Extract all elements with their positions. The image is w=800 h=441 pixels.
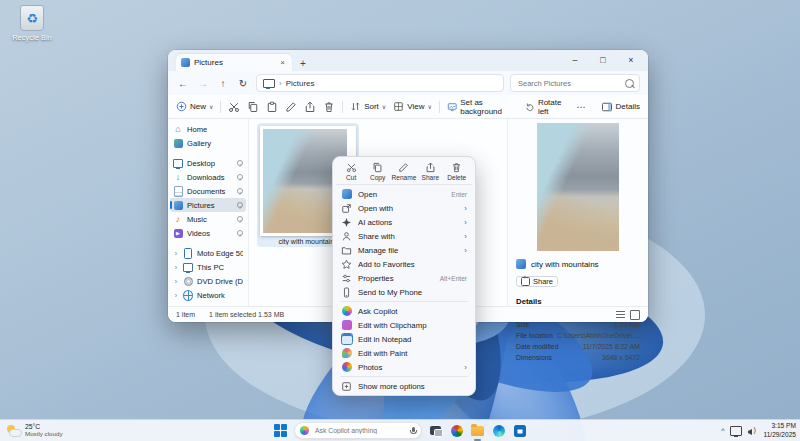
file-explorer-icon — [471, 426, 484, 436]
menu-item-photos[interactable]: Photos› — [336, 360, 472, 374]
menu-item-edit-notepad[interactable]: Edit in Notepad — [336, 332, 472, 346]
sidebar-item-documents[interactable]: Documents — [170, 184, 246, 198]
share-button[interactable] — [304, 101, 316, 113]
windows-logo-icon — [274, 424, 287, 437]
notepad-icon — [341, 334, 352, 345]
menu-item-share-with[interactable]: Share with› — [336, 229, 472, 243]
expander-icon[interactable]: › — [173, 292, 179, 299]
share-with-icon — [341, 231, 352, 242]
ai-actions-icon — [341, 217, 352, 228]
rename-button[interactable] — [285, 101, 297, 113]
paste-icon — [266, 101, 278, 113]
recycle-bin-shortcut[interactable]: ♻ Recycle Bin — [6, 5, 58, 42]
copilot-app-button[interactable] — [449, 423, 464, 438]
quick-share-button[interactable]: Share — [418, 162, 442, 181]
thumbnail-view-toggle-icon[interactable] — [630, 310, 640, 320]
menu-item-ask-copilot[interactable]: Ask Copilot — [336, 304, 472, 318]
forward-button[interactable]: → — [196, 78, 210, 89]
home-icon: ⌂ — [173, 124, 183, 134]
menu-item-open-with[interactable]: Open with› — [336, 201, 472, 215]
new-tab-button[interactable]: + — [300, 58, 306, 69]
task-view-button[interactable] — [428, 423, 443, 438]
network-icon[interactable] — [730, 426, 742, 436]
sidebar-item-dvd-drive[interactable]: ›DVD Drive (D:) C — [170, 274, 246, 288]
menu-item-open[interactable]: OpenEnter — [336, 187, 472, 201]
clock-time: 3:15 PM — [763, 422, 796, 430]
menu-item-edit-clipchamp[interactable]: Edit with Clipchamp — [336, 318, 472, 332]
rename-icon — [285, 101, 297, 113]
more-options-button[interactable]: ⋯ — [577, 102, 587, 112]
taskbar-search[interactable] — [294, 422, 422, 439]
close-button[interactable]: × — [618, 51, 644, 68]
menu-item-show-more-options[interactable]: Show more options — [336, 379, 472, 393]
sidebar-item-this-pc[interactable]: ›This PC — [170, 260, 246, 274]
expander-icon[interactable]: › — [173, 264, 179, 271]
edge-button[interactable] — [491, 423, 506, 438]
sidebar-item-network[interactable]: ›Network — [170, 288, 246, 302]
sidebar-item-phone[interactable]: ›Moto Edge 50 N — [170, 246, 246, 260]
quick-cut-button[interactable]: Cut — [339, 162, 363, 181]
refresh-button[interactable]: ↻ — [236, 78, 250, 89]
pin-icon — [237, 160, 243, 166]
delete-button[interactable] — [323, 101, 335, 113]
sidebar-item-downloads[interactable]: ↓Downloads — [170, 170, 246, 184]
sidebar-item-desktop[interactable]: Desktop — [170, 156, 246, 170]
search-box[interactable] — [510, 74, 640, 92]
taskbar-search-input[interactable] — [313, 426, 407, 435]
tray-expand-icon[interactable]: ^ — [721, 427, 724, 434]
maximize-button[interactable]: □ — [590, 51, 616, 68]
rotate-left-button[interactable]: Rotate left — [525, 98, 569, 116]
tab-close-icon[interactable]: × — [278, 58, 287, 67]
expander-icon[interactable]: › — [173, 278, 179, 285]
share-icon — [304, 101, 316, 113]
up-button[interactable]: ↑ — [216, 78, 230, 89]
store-button[interactable] — [512, 423, 527, 438]
sidebar-item-pictures[interactable]: Pictures — [170, 198, 246, 212]
tab-pictures[interactable]: Pictures × — [176, 54, 292, 71]
details-toggle-button[interactable]: Details — [601, 101, 640, 113]
menu-item-send-to-phone[interactable]: Send to My Phone — [336, 285, 472, 299]
taskbar-clock[interactable]: 3:15 PM 11/29/2025 — [763, 422, 796, 438]
menu-item-manage-file[interactable]: Manage file› — [336, 243, 472, 257]
menu-item-properties[interactable]: PropertiesAlt+Enter — [336, 271, 472, 285]
menu-item-ai-actions[interactable]: AI actions› — [336, 215, 472, 229]
set-as-background-button[interactable]: Set as background — [447, 98, 519, 116]
taskbar-weather-widget[interactable]: 25°C Mostly cloudy — [6, 423, 62, 438]
expander-icon[interactable]: › — [173, 250, 179, 257]
menu-item-edit-paint[interactable]: Edit with Paint — [336, 346, 472, 360]
sidebar-item-home[interactable]: ⌂Home — [170, 122, 246, 136]
details-pane: city with mountains Share Details TypeJP… — [507, 119, 648, 306]
context-menu: Cut Copy Rename Share Delete OpenEnter O… — [332, 156, 476, 396]
photos-icon — [341, 362, 352, 373]
sort-button[interactable]: Sort∨ — [350, 101, 386, 112]
dvd-icon — [183, 276, 193, 286]
cut-button[interactable] — [228, 101, 240, 113]
quick-copy-button[interactable]: Copy — [366, 162, 390, 181]
detail-row-dimensions: Dimensions3648 x 5472 — [516, 354, 640, 361]
sidebar-item-music[interactable]: ♪Music — [170, 212, 246, 226]
sidebar-item-gallery[interactable]: Gallery — [170, 136, 246, 150]
breadcrumb[interactable]: › Pictures — [256, 74, 504, 92]
back-button[interactable]: ← — [176, 78, 190, 89]
open-icon — [341, 189, 352, 200]
phone-icon — [183, 248, 193, 258]
view-button[interactable]: View∨ — [393, 101, 432, 112]
menu-item-add-to-favorites[interactable]: Add to Favorites — [336, 257, 472, 271]
search-input[interactable] — [516, 78, 625, 89]
quick-delete-button[interactable]: Delete — [445, 162, 469, 181]
new-button[interactable]: New∨ — [176, 101, 213, 112]
paste-button[interactable] — [266, 101, 278, 113]
quick-rename-button[interactable]: Rename — [392, 162, 416, 181]
copy-button[interactable] — [247, 101, 259, 113]
item-count: 1 item — [176, 311, 195, 318]
list-view-toggle-icon[interactable] — [616, 311, 625, 318]
manage-file-icon — [341, 245, 352, 256]
file-explorer-button[interactable] — [470, 423, 485, 438]
pin-icon — [237, 230, 243, 236]
volume-icon[interactable] — [748, 427, 757, 435]
start-button[interactable] — [273, 423, 288, 438]
sidebar-item-videos[interactable]: ▶Videos — [170, 226, 246, 240]
minimize-button[interactable]: – — [562, 51, 588, 68]
desktop-icon — [173, 158, 183, 168]
details-share-button[interactable]: Share — [516, 276, 558, 287]
